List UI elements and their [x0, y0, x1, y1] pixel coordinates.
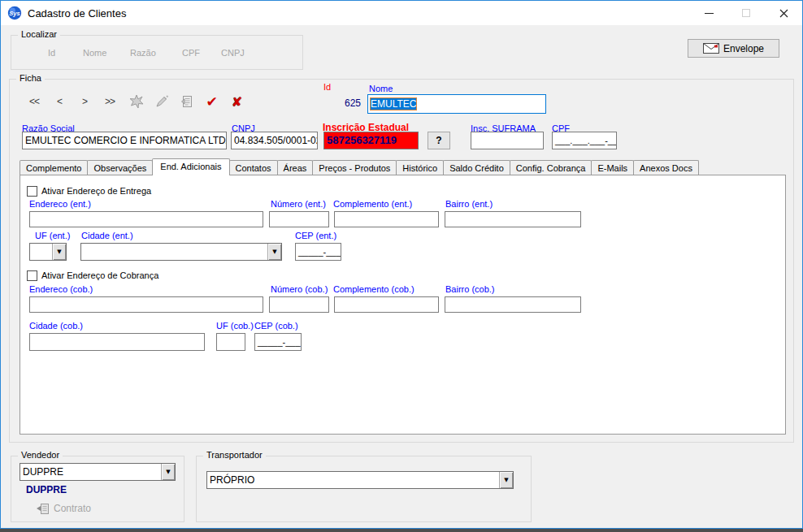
- tab-saldo-credito[interactable]: Saldo Crédito: [443, 160, 510, 175]
- envelope-button-label: Envelope: [723, 43, 764, 54]
- localizar-cnpj-button[interactable]: CNPJ: [221, 48, 245, 58]
- complemento-ent-label: Complemento (ent.): [333, 199, 412, 209]
- numero-cob-label: Número (cob.): [271, 284, 328, 294]
- maximize-button: [727, 1, 765, 25]
- cidade-ent-label: Cidade (ent.): [81, 231, 133, 240]
- localizar-razao-button[interactable]: Razão: [130, 48, 156, 58]
- cidade-ent-dropdown-icon[interactable]: ▼: [267, 244, 281, 260]
- bairro-cob-label: Bairro (cob.): [445, 284, 495, 294]
- complemento-cob-label: Complemento (cob.): [333, 284, 415, 294]
- tab-emails[interactable]: E-Mails: [591, 160, 634, 175]
- ativar-endereco-entrega-checkbox[interactable]: [27, 186, 37, 197]
- bairro-cob-input[interactable]: [445, 296, 581, 313]
- transportador-combobox[interactable]: PRÓPRIO ▼: [206, 471, 514, 489]
- tab-contatos[interactable]: Contatos: [229, 160, 278, 175]
- cep-cob-label: CEP (cob.): [254, 321, 298, 331]
- minimize-icon: [705, 13, 714, 14]
- tab-end-adicionais[interactable]: End. Adicionais: [152, 158, 229, 175]
- nav-insert-button[interactable]: [125, 91, 148, 112]
- close-button[interactable]: [765, 1, 802, 25]
- nav-last-button[interactable]: >>: [98, 91, 121, 112]
- transportador-legend: Transportador: [203, 450, 266, 460]
- cidade-ent-value: [81, 244, 267, 260]
- ficha-legend: Ficha: [16, 73, 45, 83]
- title-bar[interactable]: Sys Cadastro de Clientes: [1, 1, 802, 25]
- app-window: Sys Cadastro de Clientes Localizar Id No…: [0, 0, 803, 529]
- vendedor-combobox-value: DUPPRE: [20, 464, 161, 480]
- tab-strip: Complemento Observações End. Adicionais …: [20, 158, 698, 175]
- tab-anexos-docs[interactable]: Anexos Docs: [633, 160, 699, 175]
- numero-cob-input[interactable]: [269, 296, 329, 313]
- tab-precos-produtos[interactable]: Preços - Produtos: [312, 160, 397, 175]
- ativar-endereco-cobranca-label: Ativar Endereço de Cobrança: [41, 270, 158, 280]
- endereco-cob-input[interactable]: [29, 296, 263, 313]
- vendedor-group: Vendedor DUPPRE ▼ DUPPRE Contrato: [11, 456, 184, 522]
- ativar-endereco-entrega-label: Ativar Endereço de Entrega: [41, 186, 151, 196]
- nav-prior-button[interactable]: <: [48, 91, 71, 112]
- nav-first-button[interactable]: <<: [23, 91, 46, 112]
- tab-observacoes[interactable]: Observações: [87, 160, 153, 175]
- localizar-group: Localizar Id Nome Razão CPF CNPJ: [11, 35, 303, 70]
- cidade-ent-combobox[interactable]: ▼: [80, 243, 282, 261]
- nome-label: Nome: [369, 84, 393, 93]
- bairro-ent-label: Bairro (ent.): [445, 199, 493, 209]
- transportador-dropdown-icon[interactable]: ▼: [499, 472, 513, 488]
- endereco-ent-label: Endereco (ent.): [29, 199, 91, 209]
- cpf-input[interactable]: ___.___.___-__: [552, 132, 617, 149]
- cep-ent-input[interactable]: _____-___: [295, 243, 341, 261]
- bairro-ent-input[interactable]: [445, 211, 581, 227]
- envelope-button[interactable]: Envelope: [688, 39, 779, 58]
- endereco-cob-label: Endereco (cob.): [29, 284, 93, 294]
- nav-next-button[interactable]: >: [73, 91, 96, 112]
- razao-social-input[interactable]: EMULTEC COMERCIO E INFORMATICA LTDA ME: [22, 132, 227, 149]
- uf-cob-input[interactable]: [216, 333, 245, 351]
- edit-pencil-icon: [154, 94, 169, 109]
- ativar-endereco-cobranca-checkbox[interactable]: [27, 270, 37, 281]
- localizar-cpf-button[interactable]: CPF: [182, 48, 200, 58]
- uf-ent-value: [30, 244, 52, 260]
- nome-input[interactable]: EMULTEC: [367, 94, 546, 114]
- id-label: Id: [323, 82, 331, 92]
- tabpage-end-adicionais: Ativar Endereço de Entrega Endereco (ent…: [20, 175, 786, 435]
- tab-config-cobranca[interactable]: Config. Cobrança: [510, 160, 592, 175]
- endereco-ent-input[interactable]: [29, 211, 263, 227]
- vendedor-dropdown-icon[interactable]: ▼: [161, 464, 175, 480]
- uf-ent-combobox[interactable]: ▼: [29, 243, 67, 261]
- cep-ent-label: CEP (ent.): [295, 231, 336, 240]
- nav-refresh-button[interactable]: [176, 91, 198, 112]
- tab-historico[interactable]: Histórico: [396, 160, 444, 175]
- tab-complemento[interactable]: Complemento: [20, 160, 88, 175]
- contrato-button: Contrato: [36, 502, 91, 515]
- uf-cob-label: UF (cob.): [216, 321, 254, 331]
- screen: Sys Cadastro de Clientes Localizar Id No…: [0, 0, 803, 532]
- suframa-input[interactable]: [471, 132, 544, 149]
- complemento-cob-input[interactable]: [334, 296, 439, 313]
- localizar-nome-button[interactable]: Nome: [83, 48, 106, 58]
- localizar-legend: Localizar: [18, 29, 60, 39]
- nav-confirm-button[interactable]: ✔: [200, 91, 223, 112]
- tab-areas[interactable]: Áreas: [277, 160, 314, 175]
- localizar-id-button[interactable]: Id: [48, 48, 55, 58]
- minimize-button[interactable]: [690, 1, 727, 25]
- cep-cob-input[interactable]: _____-___: [254, 333, 302, 351]
- id-value: 625: [333, 97, 361, 109]
- vendedor-selected-name: DUPPRE: [26, 484, 67, 495]
- envelope-icon: [703, 43, 719, 54]
- transportador-combobox-value: PRÓPRIO: [207, 472, 499, 488]
- cidade-cob-input[interactable]: [29, 333, 205, 351]
- transportador-group: Transportador PRÓPRIO ▼: [196, 456, 532, 522]
- contrato-button-label: Contrato: [54, 503, 91, 514]
- nav-cancel-button[interactable]: ✘: [225, 91, 248, 112]
- complemento-ent-input[interactable]: [334, 211, 439, 227]
- inscricao-estadual-help-button[interactable]: ?: [428, 132, 450, 149]
- cnpj-input[interactable]: 04.834.505/0001-02: [231, 132, 318, 149]
- inscricao-estadual-input[interactable]: 587256327119: [323, 132, 419, 149]
- screen-bottom-edge: [0, 529, 803, 532]
- vendedor-combobox[interactable]: DUPPRE ▼: [20, 463, 176, 481]
- document-icon: [180, 94, 194, 109]
- nav-edit-button[interactable]: [150, 91, 173, 112]
- close-icon: [779, 9, 788, 18]
- numero-ent-input[interactable]: [269, 211, 329, 227]
- uf-ent-dropdown-icon[interactable]: ▼: [52, 244, 66, 260]
- numero-ent-label: Número (ent.): [271, 199, 326, 209]
